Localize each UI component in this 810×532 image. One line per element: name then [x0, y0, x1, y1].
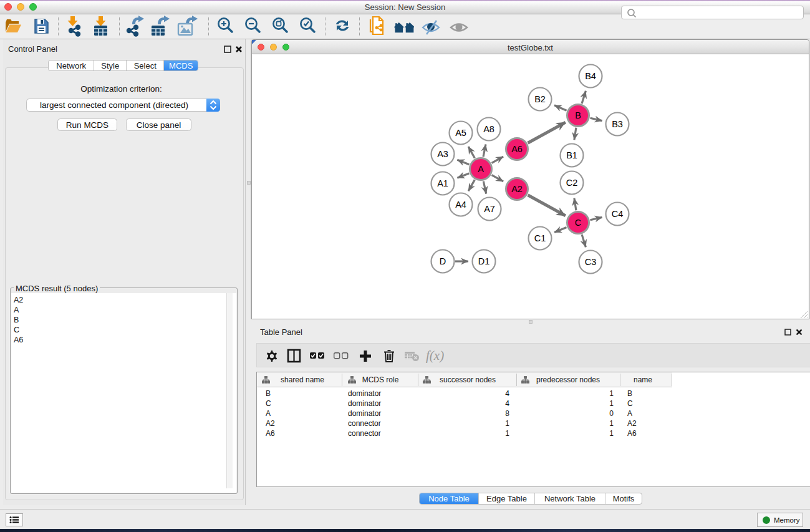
svg-text:A: A — [478, 164, 484, 174]
svg-text:A3: A3 — [437, 149, 448, 159]
svg-text:C4: C4 — [612, 209, 624, 219]
svg-text:B2: B2 — [534, 94, 546, 104]
svg-text:A1: A1 — [437, 178, 448, 188]
svg-text:D: D — [440, 256, 446, 266]
svg-text:A2: A2 — [511, 184, 523, 194]
svg-text:A7: A7 — [484, 204, 495, 214]
svg-text:B4: B4 — [585, 71, 596, 81]
svg-text:C1: C1 — [534, 233, 546, 243]
svg-text:A5: A5 — [455, 128, 466, 138]
svg-text:D1: D1 — [478, 256, 490, 266]
svg-text:B3: B3 — [612, 119, 623, 129]
svg-text:A6: A6 — [511, 144, 523, 154]
svg-text:B: B — [575, 110, 581, 120]
svg-text:C2: C2 — [566, 178, 578, 188]
svg-text:C3: C3 — [585, 257, 597, 267]
svg-text:B1: B1 — [566, 150, 577, 160]
svg-text:A8: A8 — [483, 124, 494, 134]
svg-text:A4: A4 — [455, 200, 466, 210]
svg-text:C: C — [575, 218, 581, 228]
